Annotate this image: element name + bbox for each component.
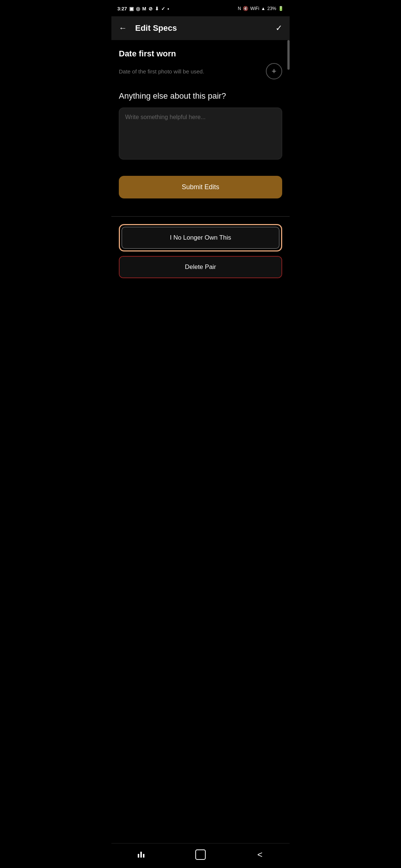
date-section: Date first worn Date of the first photo …: [119, 49, 282, 79]
message-icon: ▣: [129, 6, 134, 11]
mute-icon: 🔇: [243, 6, 248, 11]
notes-input[interactable]: [119, 108, 282, 160]
battery-percent: 23%: [267, 6, 276, 11]
time-display: 3:27: [117, 6, 127, 11]
status-left: 3:27 ▣ ◎ M ⊘ ⬇ ✓ •: [117, 6, 169, 11]
no-longer-own-highlight: I No Longer Own This: [119, 224, 282, 251]
check-icon: ✓: [161, 6, 165, 11]
bottom-nav: <: [111, 843, 290, 868]
home-button[interactable]: [193, 849, 208, 861]
scroll-indicator: [287, 40, 290, 70]
wifi-icon: WiFi: [250, 6, 259, 11]
nav-bar: ← Edit Specs ✓: [111, 16, 290, 40]
recent-apps-button[interactable]: [134, 849, 149, 861]
notes-section: Anything else about this pair?: [119, 91, 282, 161]
signal-icon: ▲: [261, 6, 265, 11]
status-right: N 🔇 WiFi ▲ 23% 🔋: [238, 6, 284, 11]
gmail-icon: M: [142, 6, 146, 11]
delete-pair-container: Delete Pair: [119, 256, 282, 278]
back-nav-button[interactable]: <: [252, 849, 267, 861]
submit-edits-button[interactable]: Submit Edits: [119, 176, 282, 198]
back-button[interactable]: ←: [119, 23, 131, 33]
notes-section-title: Anything else about this pair?: [119, 91, 282, 101]
date-row: Date of the first photo will be used. +: [119, 63, 282, 79]
add-date-button[interactable]: +: [266, 63, 282, 79]
instagram-icon: ◎: [136, 6, 140, 11]
page-title: Edit Specs: [135, 23, 276, 33]
date-section-title: Date first worn: [119, 49, 282, 59]
status-bar: 3:27 ▣ ◎ M ⊘ ⬇ ✓ • N 🔇 WiFi ▲ 23% 🔋: [111, 0, 290, 16]
battery-icon: 🔋: [278, 6, 284, 11]
dot-icon: •: [167, 6, 169, 11]
date-hint-text: Date of the first photo will be used.: [119, 68, 266, 75]
task-icon: ⊘: [149, 6, 153, 11]
no-longer-own-button[interactable]: I No Longer Own This: [121, 227, 280, 249]
bottom-spacer: [111, 284, 290, 314]
action-buttons-area: I No Longer Own This Delete Pair: [111, 217, 290, 284]
home-icon: [195, 849, 206, 860]
nfc-icon: N: [238, 6, 241, 11]
main-content: Date first worn Date of the first photo …: [111, 40, 290, 207]
recent-apps-icon: [138, 852, 144, 858]
confirm-button[interactable]: ✓: [276, 23, 282, 33]
back-nav-icon: <: [257, 849, 263, 860]
delete-pair-button[interactable]: Delete Pair: [120, 257, 281, 277]
download-icon: ⬇: [155, 6, 159, 11]
